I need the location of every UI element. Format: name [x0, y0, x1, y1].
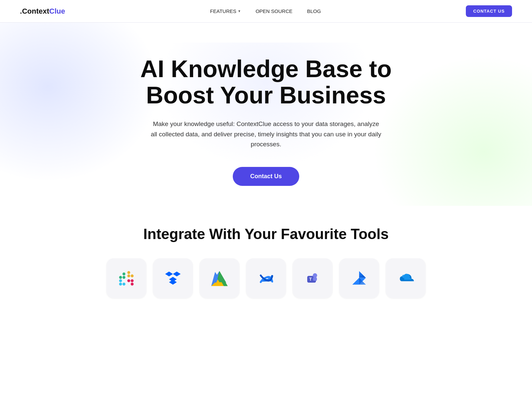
- nav-features[interactable]: FEATURES ▼: [210, 8, 241, 14]
- nav-contact-us-button[interactable]: CONTACT US: [466, 5, 512, 17]
- google-drive-icon: [209, 268, 230, 289]
- logo-clue: Clue: [49, 7, 65, 15]
- svg-rect-35: [313, 277, 317, 281]
- integration-card-slack[interactable]: [106, 258, 146, 298]
- svg-rect-6: [131, 274, 134, 277]
- integration-card-jira[interactable]: [339, 258, 379, 298]
- svg-text:T: T: [309, 277, 312, 282]
- nav-blog[interactable]: BLOG: [307, 8, 321, 14]
- hero-contact-us-button[interactable]: Contact Us: [233, 167, 299, 186]
- svg-rect-5: [127, 274, 130, 277]
- svg-rect-8: [131, 279, 134, 282]
- svg-point-34: [313, 273, 317, 277]
- hero-subtitle: Make your knowledge useful: ContextClue …: [150, 119, 382, 149]
- svg-rect-1: [119, 276, 122, 279]
- confluence-icon: [255, 268, 277, 289]
- features-chevron-icon: ▼: [238, 9, 241, 13]
- logo-context: Context: [22, 7, 49, 15]
- svg-rect-3: [122, 272, 125, 275]
- svg-rect-2: [122, 276, 125, 279]
- svg-rect-4: [127, 271, 130, 274]
- integration-card-dropbox[interactable]: [153, 258, 193, 298]
- hero-section: AI Knowledge Base to Boost Your Business…: [0, 23, 532, 206]
- onedrive-icon: [395, 268, 416, 289]
- svg-rect-12: [119, 279, 122, 282]
- integration-card-onedrive[interactable]: [386, 258, 426, 298]
- dropbox-icon: [162, 268, 184, 289]
- svg-rect-0: [116, 268, 137, 289]
- ms-teams-icon: T: [302, 268, 323, 289]
- logo[interactable]: .ContextClue: [20, 7, 65, 16]
- nav-links: FEATURES ▼ OPEN SOURCE BLOG: [210, 8, 321, 14]
- integrations-grid: T: [83, 258, 449, 298]
- svg-rect-7: [127, 279, 130, 282]
- integration-card-confluence[interactable]: [246, 258, 286, 298]
- svg-rect-10: [122, 283, 125, 286]
- integration-card-ms-teams[interactable]: T: [293, 258, 332, 298]
- hero-title: AI Knowledge Base to Boost Your Business: [123, 56, 409, 108]
- nav-open-source[interactable]: OPEN SOURCE: [256, 8, 293, 14]
- svg-rect-11: [119, 283, 122, 286]
- jira-icon: [348, 268, 370, 289]
- integrations-section: Integrate With Your Favourite Tools: [0, 206, 532, 325]
- slack-icon: [116, 268, 137, 289]
- integration-card-google-drive[interactable]: [200, 258, 239, 298]
- navbar: .ContextClue FEATURES ▼ OPEN SOURCE BLOG…: [0, 0, 532, 23]
- svg-rect-9: [131, 283, 134, 286]
- integrations-title: Integrate With Your Favourite Tools: [7, 226, 525, 242]
